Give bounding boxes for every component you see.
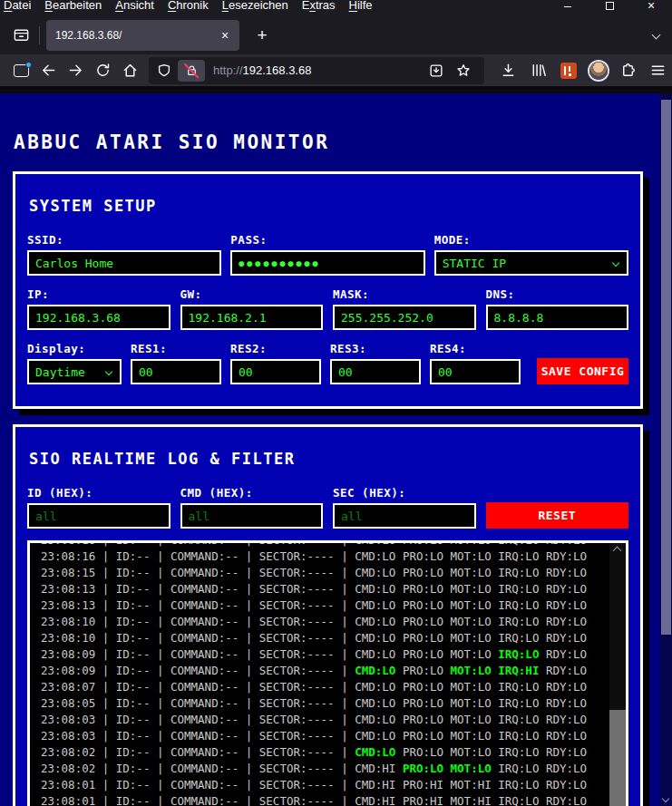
tab-separator	[39, 26, 40, 44]
filter-cmd-label: CMD (HEX):	[180, 486, 324, 500]
res4-input[interactable]	[430, 359, 521, 384]
signal-mot: MOT:LO	[451, 631, 492, 645]
signal-pro: PRO:HI	[403, 794, 443, 806]
signal-irq: IRQ:HI	[498, 664, 539, 677]
forward-button[interactable]	[62, 58, 89, 83]
home-button[interactable]	[116, 58, 143, 83]
insecure-connection-button[interactable]	[178, 60, 205, 82]
tab-close-button[interactable]: ×	[216, 26, 234, 44]
menu-item-ansicht[interactable]: Ansicht	[115, 0, 154, 12]
maximize-button[interactable]	[589, 0, 630, 15]
library-button[interactable]	[523, 58, 553, 83]
menu-item-extras[interactable]: Extras	[302, 0, 336, 12]
log-row: 23:08:09 | ID:-- | COMMAND:-- | SECTOR:-…	[41, 663, 626, 679]
minimize-button[interactable]: –	[547, 0, 589, 15]
menu-item-datei[interactable]: Datei	[4, 0, 31, 12]
save-page-button[interactable]	[423, 58, 450, 83]
setup-row-2: IP: GW: MASK: DNS:	[27, 287, 628, 330]
signal-rdy: RDY:LO	[546, 647, 587, 661]
reload-button[interactable]	[89, 58, 116, 83]
firefox-view-button[interactable]	[7, 58, 34, 83]
page-scrollbar[interactable]	[660, 93, 672, 806]
shield-icon[interactable]	[156, 63, 172, 79]
signal-cmd: CMD:LO	[355, 615, 395, 628]
signal-irq: IRQ:LO	[498, 598, 539, 612]
mode-value: STATIC IP	[443, 257, 506, 270]
signal-cmd: CMD:HI	[355, 762, 395, 775]
page-scrollbar-thumb[interactable]	[661, 100, 671, 635]
signal-rdy: RDY:LO	[546, 696, 587, 710]
filter-sec-label: SEC (HEX):	[333, 486, 476, 500]
pass-label: PASS:	[230, 233, 424, 247]
tab-active[interactable]: 192.168.3.68/ ×	[46, 20, 239, 51]
close-icon: ×	[648, 0, 655, 13]
signal-cmd: CMD:LO	[355, 713, 395, 726]
signal-rdy: RDY:LO	[546, 631, 587, 645]
log-scrollbar[interactable]	[609, 543, 626, 806]
signal-rdy: RDY:LO	[546, 745, 587, 759]
signal-cmd: CMD:HI	[355, 794, 395, 806]
menu-item-hilfe[interactable]: Hilfe	[349, 0, 373, 12]
res1-label: RES1:	[131, 342, 221, 355]
close-button[interactable]: ×	[630, 0, 672, 15]
signal-irq: IRQ:LO	[498, 615, 539, 628]
log-row: 23:08:01 | ID:-- | COMMAND:-- | SECTOR:-…	[41, 777, 626, 793]
mask-label: MASK:	[333, 287, 476, 301]
signal-irq: IRQ:LO	[498, 647, 539, 661]
res3-label: RES3:	[330, 342, 421, 355]
download-icon	[500, 62, 517, 79]
new-tab-button[interactable]: +	[250, 25, 274, 45]
signal-mot: MOT:LO	[451, 598, 492, 612]
filter-id-input[interactable]	[27, 503, 170, 529]
ip-input[interactable]	[27, 305, 170, 330]
scroll-down-arrow-icon[interactable]	[662, 795, 669, 802]
menu-item-bearbeiten[interactable]: Bearbeiten	[44, 0, 102, 12]
dns-input[interactable]	[486, 305, 629, 330]
bookmark-star-button[interactable]	[450, 58, 477, 83]
res2-input[interactable]	[230, 359, 321, 384]
res3-input[interactable]	[330, 359, 421, 384]
reset-button[interactable]: RESET	[486, 502, 629, 529]
mode-label: MODE:	[434, 233, 628, 247]
navigation-toolbar: http://192.168.3.68	[0, 54, 672, 86]
signal-irq: IRQ:LO	[498, 549, 539, 563]
url-bar[interactable]: http://192.168.3.68	[149, 57, 484, 84]
list-all-tabs-chevron-icon[interactable]	[652, 31, 661, 40]
log-row-head: 23:08:13 | ID:-- | COMMAND:-- | SECTOR:-…	[41, 582, 355, 596]
save-config-button[interactable]: SAVE CONFIG	[537, 358, 628, 384]
pass-input[interactable]	[230, 250, 424, 276]
filter-sec-input[interactable]	[333, 503, 476, 529]
extension-button-orange[interactable]	[553, 58, 583, 83]
profile-button[interactable]	[583, 58, 613, 83]
browser-window: DateiBearbeitenAnsichtChronikLesezeichen…	[0, 0, 672, 806]
signal-pro: PRO:LO	[403, 582, 443, 596]
log-scrollbar-thumb[interactable]	[609, 710, 626, 806]
menu-item-chronik[interactable]: Chronik	[168, 0, 209, 12]
gw-input[interactable]	[180, 305, 324, 330]
log-row: 23:08:15 | ID:-- | COMMAND:-- | SECTOR:-…	[41, 565, 626, 581]
display-select[interactable]: Daytime	[27, 359, 122, 384]
hamburger-menu-icon	[649, 62, 667, 79]
url-text[interactable]: http://192.168.3.68	[213, 63, 423, 77]
signal-pro: PRO:LO	[403, 598, 443, 612]
back-button[interactable]	[34, 58, 62, 83]
signal-cmd: CMD:LO	[355, 582, 395, 596]
mask-input[interactable]	[333, 305, 476, 330]
app-menu-button[interactable]	[643, 58, 672, 83]
extensions-button[interactable]	[613, 58, 643, 83]
log-row-head: 23:08:02 | ID:-- | COMMAND:-- | SECTOR:-…	[41, 762, 355, 775]
menu-item-lesezeichen[interactable]: Lesezeichen	[222, 0, 288, 12]
log-row: 23:08:13 | ID:-- | COMMAND:-- | SECTOR:-…	[41, 597, 626, 614]
gw-field: GW:	[180, 287, 324, 330]
log-row-head: 23:08:02 | ID:-- | COMMAND:-- | SECTOR:-…	[41, 745, 355, 759]
mode-select[interactable]: STATIC IP	[434, 250, 628, 276]
toolbox-button[interactable]	[7, 23, 34, 48]
scroll-up-arrow-icon[interactable]	[613, 547, 622, 556]
signal-mot: MOT:LO	[451, 745, 492, 759]
downloads-button[interactable]	[493, 58, 523, 83]
res1-input[interactable]	[131, 359, 221, 384]
signal-cmd: CMD:LO	[355, 549, 395, 563]
filter-cmd-input[interactable]	[180, 503, 324, 529]
ip-field: IP:	[27, 287, 170, 330]
ssid-input[interactable]	[27, 250, 221, 276]
